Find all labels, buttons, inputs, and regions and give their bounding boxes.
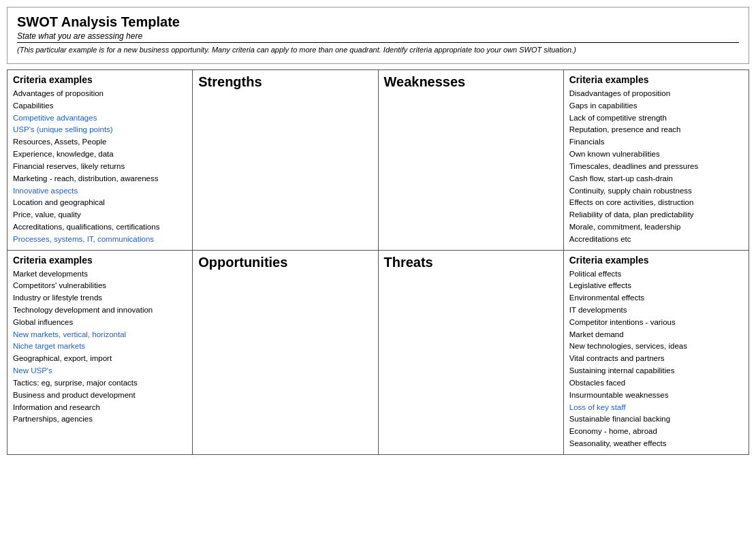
list-item: Competitors' vulnerabilities bbox=[13, 280, 187, 292]
list-item: Loss of key staff bbox=[569, 402, 743, 414]
list-item: Cash flow, start-up cash-drain bbox=[569, 173, 743, 185]
opportunities-threats-row: Criteria examples Market developmentsCom… bbox=[7, 250, 749, 454]
weaknesses-main-cell: Weaknesses bbox=[378, 70, 563, 251]
opportunities-header: Opportunities bbox=[198, 255, 372, 270]
list-item: Competitive advantages bbox=[13, 112, 187, 125]
list-item: Business and product development bbox=[13, 390, 187, 402]
subtitle: State what you are assessing here bbox=[17, 31, 739, 43]
weaknesses-criteria-cell: Criteria examples Disadvantages of propo… bbox=[563, 70, 749, 251]
opportunities-criteria-cell: Criteria examples Market developmentsCom… bbox=[7, 250, 193, 454]
weaknesses-criteria-list: Disadvantages of propositionGaps in capa… bbox=[569, 88, 743, 246]
list-item: Accreditations etc bbox=[569, 234, 743, 246]
list-item: Accreditations, qualifications, certific… bbox=[13, 221, 187, 234]
list-item: Insurmountable weaknesses bbox=[569, 390, 743, 402]
strengths-main-cell: Strengths bbox=[193, 70, 378, 251]
list-item: Lack of competitive strength bbox=[569, 112, 743, 125]
list-item: Disadvantages of proposition bbox=[569, 88, 743, 100]
swot-table: Criteria examples Advantages of proposit… bbox=[7, 69, 749, 455]
list-item: Timescales, deadlines and pressures bbox=[569, 161, 743, 173]
list-item: Obstacles faced bbox=[569, 377, 743, 390]
list-item: Morale, commitment, leadership bbox=[569, 221, 743, 234]
weaknesses-header: Weaknesses bbox=[384, 74, 558, 90]
list-item: New USP's bbox=[13, 365, 187, 377]
list-item: Sustainable financial backing bbox=[569, 413, 743, 426]
list-item: Geographical, export, import bbox=[13, 353, 187, 365]
threats-main-cell: Threats bbox=[378, 250, 563, 454]
strengths-criteria-cell: Criteria examples Advantages of proposit… bbox=[7, 70, 193, 251]
list-item: Vital contracts and partners bbox=[569, 353, 743, 365]
list-item: Tactics: eg, surprise, major contacts bbox=[13, 377, 187, 390]
list-item: IT developments bbox=[569, 304, 743, 317]
list-item: Political effects bbox=[569, 268, 743, 281]
list-item: Resources, Assets, People bbox=[13, 136, 187, 148]
description: (This particular example is for a new bu… bbox=[17, 46, 739, 54]
list-item: Financials bbox=[569, 136, 743, 148]
list-item: Market developments bbox=[13, 268, 187, 281]
list-item: Processes, systems, IT, communications bbox=[13, 234, 187, 246]
threats-criteria-cell: Criteria examples Political effectsLegis… bbox=[563, 250, 749, 454]
strengths-criteria-header: Criteria examples bbox=[13, 74, 187, 85]
list-item: Competitor intentions - various bbox=[569, 317, 743, 329]
list-item: Information and research bbox=[13, 402, 187, 414]
list-item: New technologies, services, ideas bbox=[569, 341, 743, 353]
list-item: Own known vulnerabilities bbox=[569, 148, 743, 161]
list-item: Gaps in capabilities bbox=[569, 100, 743, 112]
list-item: Industry or lifestyle trends bbox=[13, 292, 187, 304]
weaknesses-criteria-header: Criteria examples bbox=[569, 74, 743, 85]
list-item: Economy - home, abroad bbox=[569, 426, 743, 438]
strengths-header: Strengths bbox=[198, 74, 372, 90]
list-item: Continuity, supply chain robustness bbox=[569, 185, 743, 197]
opportunities-criteria-header: Criteria examples bbox=[13, 255, 187, 266]
list-item: Reputation, presence and reach bbox=[569, 124, 743, 136]
list-item: Price, value, quality bbox=[13, 209, 187, 221]
list-item: Innovative aspects bbox=[13, 185, 187, 197]
list-item: Legislative effects bbox=[569, 280, 743, 292]
threats-criteria-header: Criteria examples bbox=[569, 255, 743, 266]
page-title: SWOT Analysis Template bbox=[17, 14, 739, 30]
opportunities-main-cell: Opportunities bbox=[193, 250, 378, 454]
header-section: SWOT Analysis Template State what you ar… bbox=[7, 7, 749, 64]
list-item: Seasonality, weather effects bbox=[569, 438, 743, 450]
list-item: Partnerships, agencies bbox=[13, 413, 187, 426]
list-item: Experience, knowledge, data bbox=[13, 148, 187, 161]
list-item: Effects on core activities, distruction bbox=[569, 197, 743, 209]
list-item: Reliability of data, plan predictability bbox=[569, 209, 743, 221]
list-item: Capabilities bbox=[13, 100, 187, 112]
threats-header: Threats bbox=[384, 255, 558, 270]
list-item: Niche target markets bbox=[13, 341, 187, 353]
list-item: Technology development and innovation bbox=[13, 304, 187, 317]
list-item: Environmental effects bbox=[569, 292, 743, 304]
list-item: Financial reserves, likely returns bbox=[13, 161, 187, 173]
list-item: Global influences bbox=[13, 317, 187, 329]
opportunities-criteria-list: Market developmentsCompetitors' vulnerab… bbox=[13, 268, 187, 426]
list-item: Location and geographical bbox=[13, 197, 187, 209]
strengths-criteria-list: Advantages of propositionCapabilitiesCom… bbox=[13, 88, 187, 246]
strengths-weaknesses-row: Criteria examples Advantages of proposit… bbox=[7, 70, 749, 251]
list-item: Advantages of proposition bbox=[13, 88, 187, 100]
list-item: New markets, vertical, horizontal bbox=[13, 329, 187, 341]
list-item: Sustaining internal capabilities bbox=[569, 365, 743, 377]
list-item: Market demand bbox=[569, 329, 743, 341]
list-item: USP's (unique selling points) bbox=[13, 124, 187, 136]
list-item: Marketing - reach, distribution, awarene… bbox=[13, 173, 187, 185]
threats-criteria-list: Political effectsLegislative effectsEnvi… bbox=[569, 268, 743, 450]
